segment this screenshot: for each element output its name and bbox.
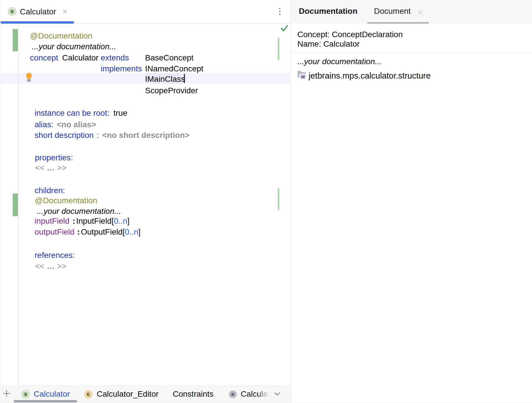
svg-text:B: B	[231, 392, 234, 397]
svg-text:S: S	[11, 9, 14, 14]
svg-text:E: E	[87, 392, 90, 397]
svg-text:S: S	[24, 392, 27, 397]
svg-text:M: M	[301, 74, 305, 79]
